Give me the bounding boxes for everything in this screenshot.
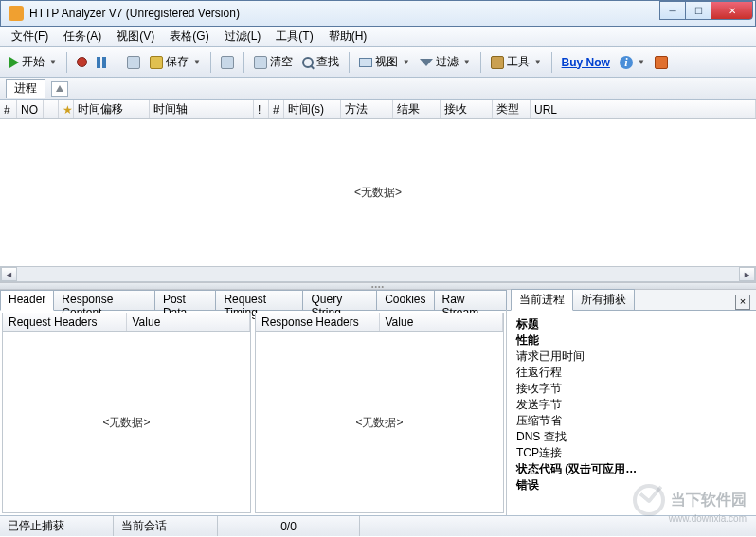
col-star[interactable]: ★ bbox=[59, 100, 74, 118]
prop-title: 标题 bbox=[516, 316, 747, 332]
maximize-button[interactable]: ☐ bbox=[685, 1, 711, 20]
help-button[interactable] bbox=[651, 54, 672, 71]
window-controls: ─ ☐ ✕ bbox=[660, 1, 753, 20]
menu-grid[interactable]: 表格(G) bbox=[162, 27, 216, 46]
prop-tcp: TCP连接 bbox=[516, 445, 747, 461]
tab-header[interactable]: Header bbox=[0, 290, 54, 311]
col-no[interactable]: NO bbox=[17, 100, 44, 118]
resp-hdr-col[interactable]: Response Headers bbox=[256, 313, 380, 331]
bottom-panel: Header Response Content Post Data Reques… bbox=[0, 290, 756, 515]
info-icon: i bbox=[620, 56, 633, 69]
menu-task[interactable]: 任务(A) bbox=[56, 27, 109, 46]
col-num[interactable]: # bbox=[269, 100, 284, 118]
scroll-left-button[interactable]: ◄ bbox=[1, 267, 17, 281]
menu-view[interactable]: 视图(V) bbox=[109, 27, 162, 46]
col-hash[interactable]: # bbox=[0, 100, 17, 118]
tab-query-string[interactable]: Query String bbox=[302, 290, 377, 310]
tab-response-content[interactable]: Response Content bbox=[53, 290, 155, 310]
grid-header: # NO ★ 时间偏移 时间轴 ! # 时间(s) 方法 结果 接收 类型 UR… bbox=[0, 100, 756, 119]
find-button[interactable]: 查找 bbox=[298, 52, 343, 72]
save-label: 保存 bbox=[166, 54, 189, 70]
toolbox-icon bbox=[491, 56, 504, 69]
col-time-s[interactable]: 时间(s) bbox=[284, 100, 341, 118]
disk-icon bbox=[150, 56, 163, 69]
property-list: 标题 性能 请求已用时间 往返行程 接收字节 发送字节 压缩节省 DNS 查找 … bbox=[507, 311, 756, 515]
buy-label: Buy Now bbox=[562, 56, 610, 69]
start-button[interactable]: 开始▼ bbox=[6, 52, 61, 72]
tab-all-captured[interactable]: 所有捕获 bbox=[572, 289, 635, 310]
detail-panel: Header Response Content Post Data Reques… bbox=[0, 290, 507, 515]
menu-file[interactable]: 文件(F) bbox=[4, 27, 56, 46]
tab-request-timing[interactable]: Request Timing bbox=[215, 290, 303, 310]
info-button[interactable]: i▼ bbox=[616, 54, 649, 71]
request-headers-pane: Request Headers Value <无数据> bbox=[2, 313, 251, 513]
prop-send-bytes: 发送字节 bbox=[516, 397, 747, 413]
prop-roundtrip: 往返行程 bbox=[516, 365, 747, 381]
window-title: HTTP Analyzer V7 (Unregistered Version) bbox=[29, 7, 660, 20]
grid-body: <无数据> bbox=[0, 119, 756, 266]
tab-post-data[interactable]: Post Data bbox=[154, 290, 216, 310]
brush-button[interactable] bbox=[217, 54, 238, 71]
summary-tabs: 当前进程 所有捕获 × bbox=[507, 290, 756, 311]
search-icon bbox=[302, 57, 314, 68]
app-icon bbox=[9, 6, 24, 21]
col-method[interactable]: 方法 bbox=[341, 100, 393, 118]
req-hdr-col[interactable]: Request Headers bbox=[3, 313, 127, 331]
process-collapse-button[interactable] bbox=[51, 81, 68, 97]
grid-empty-text: <无数据> bbox=[354, 185, 402, 201]
minimize-button[interactable]: ─ bbox=[659, 1, 686, 20]
save-button[interactable]: 保存▼ bbox=[146, 52, 205, 72]
summary-panel: 当前进程 所有捕获 × 标题 性能 请求已用时间 往返行程 接收字节 发送字节 … bbox=[507, 290, 756, 515]
menu-tool[interactable]: 工具(T) bbox=[268, 27, 320, 46]
status-spacer bbox=[360, 516, 756, 536]
brush-icon bbox=[221, 56, 234, 69]
close-button[interactable]: ✕ bbox=[711, 1, 753, 20]
tab-current-process[interactable]: 当前进程 bbox=[511, 289, 573, 311]
req-value-col[interactable]: Value bbox=[127, 313, 251, 331]
book-icon bbox=[655, 56, 668, 69]
status-bar: 已停止捕获 当前会话 0/0 bbox=[0, 515, 756, 536]
menubar: 文件(F) 任务(A) 视图(V) 表格(G) 过滤(L) 工具(T) 帮助(H… bbox=[0, 27, 756, 47]
process-tab[interactable]: 进程 bbox=[6, 79, 45, 98]
process-bar: 进程 bbox=[0, 78, 756, 100]
col-offset[interactable]: 时间偏移 bbox=[74, 100, 150, 118]
tool-button[interactable]: 工具▼ bbox=[487, 52, 546, 72]
play-icon bbox=[9, 57, 19, 68]
close-panel-button[interactable]: × bbox=[735, 295, 750, 310]
clear-label: 清空 bbox=[270, 54, 293, 70]
open-button[interactable] bbox=[123, 54, 144, 71]
resp-value-col[interactable]: Value bbox=[380, 313, 504, 331]
prop-recv-bytes: 接收字节 bbox=[516, 381, 747, 397]
prop-compress: 压缩节省 bbox=[516, 413, 747, 429]
col-url[interactable]: URL bbox=[531, 100, 756, 118]
folder-icon bbox=[127, 56, 140, 69]
clear-button[interactable]: 清空 bbox=[250, 52, 297, 72]
view-button[interactable]: 视图▼ bbox=[355, 52, 414, 72]
tab-raw-stream[interactable]: Raw Stream bbox=[434, 290, 507, 310]
col-flag[interactable] bbox=[44, 100, 59, 118]
filter-button[interactable]: 过滤▼ bbox=[416, 52, 475, 72]
col-type[interactable]: 类型 bbox=[493, 100, 531, 118]
col-recv[interactable]: 接收 bbox=[441, 100, 493, 118]
splitter[interactable]: •••• bbox=[0, 282, 756, 290]
scroll-right-button[interactable]: ► bbox=[739, 267, 755, 281]
buy-now-link[interactable]: Buy Now bbox=[558, 54, 614, 71]
prop-status[interactable]: 状态代码 (双击可应用… bbox=[516, 461, 747, 477]
status-capture: 已停止捕获 bbox=[0, 516, 114, 536]
col-result[interactable]: 结果 bbox=[393, 100, 441, 118]
view-label: 视图 bbox=[375, 54, 398, 70]
prop-req-time: 请求已用时间 bbox=[516, 349, 747, 365]
prop-perf: 性能 bbox=[516, 332, 747, 349]
menu-filter[interactable]: 过滤(L) bbox=[217, 27, 269, 46]
menu-help[interactable]: 帮助(H) bbox=[321, 27, 375, 46]
col-timeline[interactable]: 时间轴 bbox=[150, 100, 254, 118]
horizontal-scrollbar[interactable]: ◄ ► bbox=[0, 266, 756, 282]
pause-button[interactable] bbox=[93, 55, 111, 70]
tab-cookies[interactable]: Cookies bbox=[376, 290, 434, 310]
resp-empty-text: <无数据> bbox=[355, 415, 403, 431]
status-session: 当前会话 bbox=[114, 516, 218, 536]
stop-button[interactable] bbox=[73, 55, 91, 69]
req-empty-text: <无数据> bbox=[102, 415, 150, 431]
scroll-track[interactable] bbox=[17, 267, 739, 281]
col-bang[interactable]: ! bbox=[254, 100, 269, 118]
